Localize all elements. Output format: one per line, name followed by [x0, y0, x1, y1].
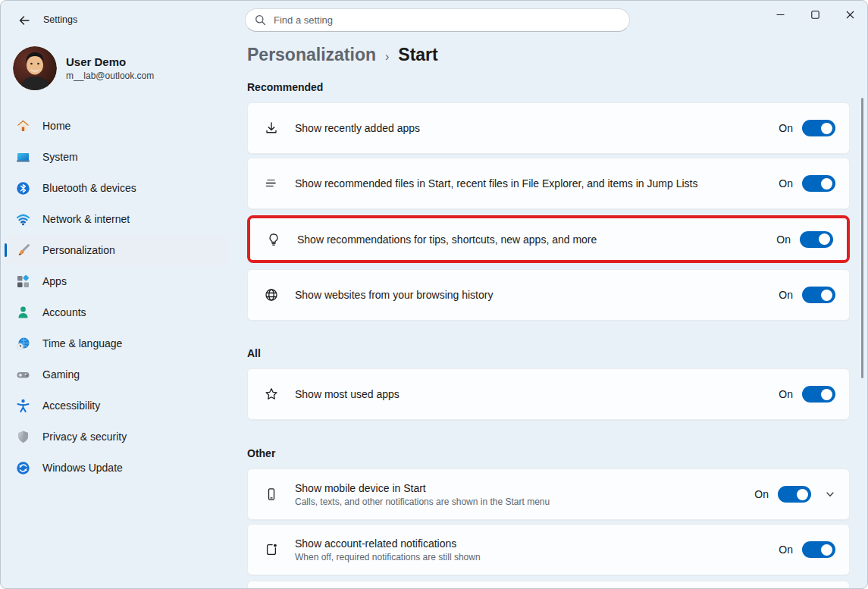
sidebar-item-label: Gaming	[42, 368, 80, 381]
sidebar-item-label: Accessibility	[42, 399, 100, 412]
scrollbar-thumb[interactable]	[861, 98, 863, 378]
setting-label: Show most used apps	[295, 388, 400, 400]
download-icon	[248, 121, 295, 136]
settings-window: Settings	[0, 0, 868, 589]
sidebar-item-bluetooth-devices[interactable]: Bluetooth & devices	[5, 173, 227, 203]
time-language-icon	[15, 336, 30, 351]
sidebar-item-label: Bluetooth & devices	[42, 182, 136, 194]
toggle-knob	[819, 233, 830, 245]
sidebar-item-gaming[interactable]: Gaming	[5, 359, 227, 390]
highlight-annotation-box: Show recommendations for tips, shortcuts…	[247, 215, 850, 263]
sidebar: User Demo m__lab@outlook.com Home System	[1, 37, 237, 588]
toggle-mobile-device[interactable]	[778, 486, 811, 503]
home-icon	[15, 118, 30, 133]
breadcrumb-personalization[interactable]: Personalization	[247, 45, 376, 65]
setting-row-most-used-apps: Show most used apps On	[247, 368, 850, 420]
sidebar-item-label: Apps	[42, 275, 67, 287]
minimize-button[interactable]	[763, 1, 797, 28]
setting-sublabel: When off, required notifications are sti…	[295, 552, 481, 562]
toggle-knob	[821, 123, 832, 134]
setting-label: Show recently added apps	[295, 122, 420, 134]
section-title-other: Other	[247, 447, 850, 459]
toggle-state-label: On	[754, 488, 769, 500]
toggle-most-used-apps[interactable]	[802, 386, 835, 403]
user-name: User Demo	[66, 55, 154, 68]
sidebar-item-accessibility[interactable]: Accessibility	[5, 390, 227, 421]
user-email: m__lab@outlook.com	[66, 70, 154, 81]
close-icon	[846, 11, 854, 19]
window-controls	[763, 1, 867, 28]
system-icon	[15, 149, 30, 164]
toggle-recommendations-tips[interactable]	[800, 231, 833, 248]
personalization-icon	[15, 243, 30, 258]
windows-update-icon	[15, 460, 30, 475]
setting-label: Show recommended files in Start, recent …	[295, 177, 697, 190]
setting-row-partial	[247, 581, 850, 589]
sidebar-item-privacy-security[interactable]: Privacy & security	[5, 421, 227, 452]
toggle-state-label: On	[779, 177, 793, 190]
sidebar-item-label: Network & internet	[42, 213, 130, 225]
search-icon	[255, 14, 266, 26]
sidebar-item-label: Accounts	[42, 306, 86, 318]
sidebar-item-label: Home	[42, 120, 71, 132]
setting-row-websites-browsing-history: Show websites from your browsing history…	[247, 269, 850, 321]
sidebar-item-label: Privacy & security	[42, 431, 127, 443]
setting-label: Show mobile device in Start	[295, 482, 550, 494]
privacy-security-icon	[15, 429, 30, 444]
sidebar-item-label: Time & language	[42, 337, 122, 349]
page-title: Start	[398, 45, 437, 65]
sidebar-item-label: Personalization	[42, 244, 115, 256]
sidebar-item-network-internet[interactable]: Network & internet	[5, 204, 227, 234]
setting-row-recommendations-tips: Show recommendations for tips, shortcuts…	[250, 218, 847, 260]
sidebar-item-system[interactable]: System	[5, 142, 227, 172]
toggle-state-label: On	[779, 289, 793, 301]
toggle-state-label: On	[779, 122, 793, 134]
setting-row-account-notifications: Show account-related notifications When …	[247, 524, 850, 575]
maximize-button[interactable]	[797, 1, 832, 28]
toggle-state-label: On	[776, 233, 791, 246]
gaming-icon	[15, 367, 30, 382]
setting-label: Show recommendations for tips, shortcuts…	[297, 233, 597, 246]
toggle-knob	[797, 489, 808, 500]
toggle-websites-browsing-history[interactable]	[802, 287, 835, 303]
bluetooth-icon	[15, 180, 30, 196]
apps-icon	[15, 274, 30, 289]
toggle-recently-added-apps[interactable]	[802, 120, 835, 136]
mobile-phone-icon	[248, 487, 295, 502]
chevron-down-icon	[825, 489, 835, 500]
setting-row-recently-added-apps: Show recently added apps On	[247, 102, 850, 154]
section-title-all: All	[247, 347, 850, 359]
back-button[interactable]	[13, 11, 36, 30]
sidebar-item-personalization[interactable]: Personalization	[5, 235, 227, 265]
maximize-icon	[811, 11, 819, 19]
avatar	[13, 46, 57, 90]
sidebar-item-apps[interactable]: Apps	[5, 266, 227, 296]
sidebar-item-time-language[interactable]: Time & language	[5, 328, 227, 359]
globe-icon	[248, 287, 295, 302]
close-button[interactable]	[832, 1, 867, 28]
expand-button[interactable]	[825, 489, 835, 500]
sidebar-item-accounts[interactable]: Accounts	[5, 297, 227, 327]
search-input[interactable]	[274, 14, 620, 26]
toggle-account-notifications[interactable]	[802, 541, 835, 558]
sidebar-item-label: Windows Update	[42, 462, 123, 474]
setting-sublabel: Calls, texts, and other notifications ar…	[295, 497, 550, 507]
app-title: Settings	[43, 14, 77, 25]
recommended-files-icon	[248, 176, 295, 191]
notification-icon	[248, 542, 295, 557]
user-account-block[interactable]: User Demo m__lab@outlook.com	[13, 46, 154, 90]
sidebar-item-windows-update[interactable]: Windows Update	[5, 453, 227, 483]
sidebar-item-home[interactable]: Home	[5, 111, 227, 141]
breadcrumb-separator-icon: ›	[385, 50, 389, 64]
toggle-recommended-files[interactable]	[802, 175, 835, 192]
toggle-knob	[821, 178, 832, 190]
toggle-state-label: On	[779, 388, 793, 400]
toggle-knob	[821, 290, 832, 301]
minimize-icon	[776, 11, 785, 19]
accessibility-icon	[15, 398, 30, 413]
toggle-knob	[821, 544, 832, 556]
back-arrow-icon	[18, 14, 30, 27]
sidebar-nav: Home System Bluetooth & devices Network …	[5, 111, 227, 484]
setting-row-recommended-files: Show recommended files in Start, recent …	[247, 158, 850, 209]
sidebar-item-label: System	[42, 151, 78, 163]
